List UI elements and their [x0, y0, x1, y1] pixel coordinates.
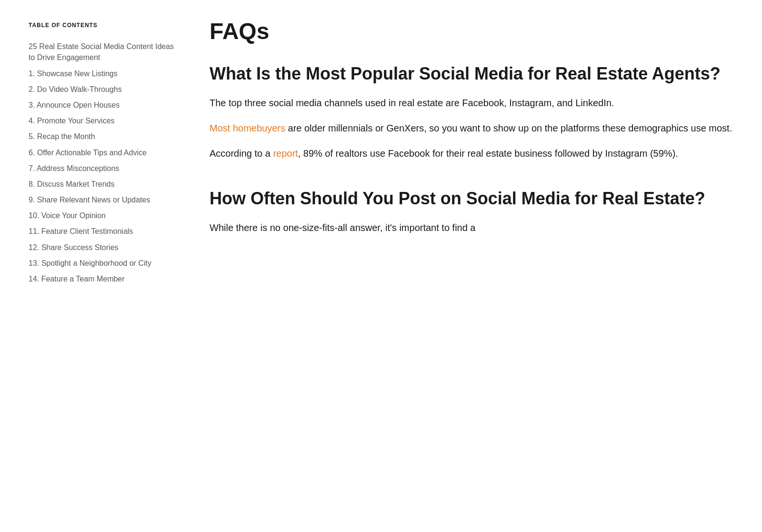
toc-item[interactable]: 8. Discuss Market Trends [29, 176, 181, 192]
faq-paragraph: Most homebuyers are older millennials or… [210, 120, 733, 136]
toc-link-toc-13[interactable]: 13. Spotlight a Neighborhood or City [29, 258, 181, 269]
toc-item[interactable]: 25 Real Estate Social Media Content Idea… [29, 39, 181, 65]
toc-item[interactable]: 6. Offer Actionable Tips and Advice [29, 145, 181, 161]
toc-item[interactable]: 13. Spotlight a Neighborhood or City [29, 255, 181, 271]
toc-item[interactable]: 4. Promote Your Services [29, 113, 181, 129]
toc-link-toc-7[interactable]: 7. Address Misconceptions [29, 163, 181, 174]
faq-section-1: What Is the Most Popular Social Media fo… [210, 63, 733, 161]
faq-question-1: What Is the Most Popular Social Media fo… [210, 63, 733, 84]
inline-link[interactable]: Most homebuyers [210, 123, 285, 133]
main-content: FAQs What Is the Most Popular Social Med… [210, 19, 733, 513]
inline-link[interactable]: report [273, 148, 298, 159]
table-of-contents: TABLE OF CONTENTS 25 Real Estate Social … [29, 19, 181, 513]
toc-link-toc-5[interactable]: 5. Recap the Month [29, 131, 181, 142]
page-title: FAQs [210, 19, 733, 44]
faq-paragraph: While there is no one-size-fits-all answ… [210, 220, 733, 236]
toc-item[interactable]: 1. Showcase New Listings [29, 66, 181, 81]
toc-item[interactable]: 11. Feature Client Testimonials [29, 223, 181, 239]
toc-item[interactable]: 7. Address Misconceptions [29, 161, 181, 176]
faq-question-2: How Often Should You Post on Social Medi… [210, 188, 733, 209]
faq-paragraph: The top three social media channels used… [210, 95, 733, 111]
toc-link-toc-3[interactable]: 3. Announce Open Houses [29, 100, 181, 110]
faqs-container: What Is the Most Popular Social Media fo… [210, 63, 733, 236]
toc-item[interactable]: 5. Recap the Month [29, 129, 181, 144]
toc-link-toc-12[interactable]: 12. Share Success Stories [29, 242, 181, 253]
toc-link-toc-10[interactable]: 10. Voice Your Opinion [29, 210, 181, 221]
toc-item[interactable]: 10. Voice Your Opinion [29, 208, 181, 223]
toc-link-toc-4[interactable]: 4. Promote Your Services [29, 115, 181, 126]
toc-link-toc-1[interactable]: 1. Showcase New Listings [29, 68, 181, 79]
faq-section-2: How Often Should You Post on Social Medi… [210, 188, 733, 236]
toc-link-toc-8[interactable]: 8. Discuss Market Trends [29, 179, 181, 190]
toc-link-toc-intro[interactable]: 25 Real Estate Social Media Content Idea… [29, 41, 181, 63]
faq-paragraph: According to a report, 89% of realtors u… [210, 146, 733, 161]
toc-item[interactable]: 9. Share Relevant News or Updates [29, 192, 181, 208]
toc-item[interactable]: 12. Share Success Stories [29, 240, 181, 255]
toc-link-toc-14[interactable]: 14. Feature a Team Member [29, 273, 181, 284]
toc-item[interactable]: 2. Do Video Walk-Throughs [29, 81, 181, 97]
toc-link-toc-2[interactable]: 2. Do Video Walk-Throughs [29, 84, 181, 95]
toc-link-toc-6[interactable]: 6. Offer Actionable Tips and Advice [29, 147, 181, 158]
toc-heading: TABLE OF CONTENTS [29, 21, 181, 30]
toc-link-toc-11[interactable]: 11. Feature Client Testimonials [29, 226, 181, 237]
toc-list: 25 Real Estate Social Media Content Idea… [29, 39, 181, 287]
faq-body-1: The top three social media channels used… [210, 95, 733, 161]
toc-item[interactable]: 14. Feature a Team Member [29, 271, 181, 287]
toc-link-toc-9[interactable]: 9. Share Relevant News or Updates [29, 194, 181, 205]
toc-item[interactable]: 3. Announce Open Houses [29, 97, 181, 113]
faq-body-2: While there is no one-size-fits-all answ… [210, 220, 733, 236]
